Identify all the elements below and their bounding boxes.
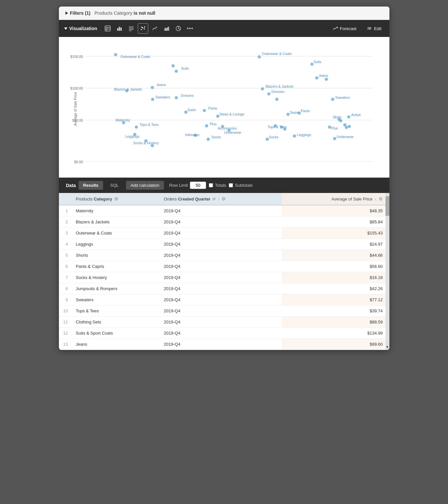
add-calculation-button[interactable]: Add calculation <box>126 181 164 190</box>
edit-button[interactable]: Edit <box>364 25 384 32</box>
svg-point-100 <box>328 126 331 129</box>
forecast-button[interactable]: Forecast <box>330 25 359 32</box>
filters-toggle[interactable]: Filters (1) <box>65 10 91 16</box>
avg-price-cell: $88.59 <box>282 317 389 328</box>
svg-point-84 <box>331 98 334 101</box>
tab-results[interactable]: Results <box>79 181 103 190</box>
scroll-track[interactable] <box>385 193 389 343</box>
scatter-icon[interactable] <box>138 23 148 34</box>
category-cell: Jumpsuits & Rompers <box>72 283 160 294</box>
edit-label: Edit <box>374 26 381 31</box>
quarter-header[interactable]: Orders Created Quarter ⇄ ↓ ⚙ <box>160 193 282 205</box>
quarter-cell: 2019-Q4 <box>160 205 282 217</box>
viz-toolbar: Visualization <box>59 20 389 37</box>
main-container: Filters (1) Products Category is not nul… <box>59 7 389 350</box>
table-row: 8 Jumpsuits & Rompers 2019-Q4 $42.26 <box>59 283 389 294</box>
svg-point-38 <box>174 70 178 73</box>
row-num-cell: 12 <box>59 328 72 339</box>
row-num-cell: 8 <box>59 283 72 294</box>
quarter-header-text: Orders Created Quarter <box>164 197 210 201</box>
avg-price-cell: $44.66 <box>282 250 389 261</box>
avg-price-cell: $77.12 <box>282 294 389 305</box>
svg-point-79 <box>261 87 264 91</box>
data-toggle[interactable]: Data <box>64 183 76 188</box>
avg-price-cell: $85.84 <box>282 217 389 228</box>
row-num-cell: 11 <box>59 317 72 328</box>
row-limit-group: Row Limit <box>169 182 206 189</box>
table-row: 5 Shorts 2019-Q4 $44.66 <box>59 250 389 261</box>
category-settings-icon[interactable]: ⚙ <box>114 196 118 201</box>
svg-point-109 <box>283 128 286 131</box>
svg-point-104 <box>293 134 296 138</box>
category-header[interactable]: Products Category ⚙ <box>72 193 160 205</box>
svg-point-43 <box>151 98 154 101</box>
viz-toggle[interactable]: Visualization <box>64 26 97 31</box>
svg-text:Suits: Suits <box>181 66 189 70</box>
table-row: 11 Clothing Sets 2019-Q4 $88.59 <box>59 317 389 328</box>
quarter-cell: 2019-Q4 <box>160 317 282 328</box>
svg-point-47 <box>184 111 188 114</box>
row-limit-input[interactable] <box>190 182 206 189</box>
category-cell: Jeans <box>72 339 160 350</box>
svg-point-45 <box>174 96 178 99</box>
scroll-down-button[interactable]: ▾ <box>385 343 389 350</box>
table-row: 13 Jeans 2019-Q4 $99.60 <box>59 339 389 350</box>
sort-desc-icon[interactable]: ↓ <box>218 197 220 201</box>
scroll-indicator[interactable]: ▾ <box>385 193 389 350</box>
quarter-cell: 2019-Q4 <box>160 305 282 317</box>
svg-text:Maternity: Maternity <box>116 118 130 122</box>
svg-text:Intimates: Intimates <box>185 133 199 137</box>
area-icon[interactable] <box>161 23 172 34</box>
tab-sql[interactable]: SQL <box>106 181 123 190</box>
svg-text:Plus: Plus <box>210 122 217 126</box>
svg-rect-5 <box>119 27 120 31</box>
subtotals-checkbox[interactable] <box>229 183 233 187</box>
svg-point-74 <box>310 63 314 66</box>
svg-text:Sweaters: Sweaters <box>335 96 350 99</box>
category-cell: Clothing Sets <box>72 317 160 328</box>
svg-point-40 <box>171 64 175 67</box>
list-icon[interactable] <box>126 23 136 34</box>
bar-chart-icon[interactable] <box>114 23 125 34</box>
quarter-settings-icon[interactable]: ⚙ <box>222 196 226 201</box>
svg-text:Pants: Pants <box>208 106 217 110</box>
table-row: 4 Leggings 2019-Q4 $24.97 <box>59 239 389 250</box>
svg-point-83 <box>275 98 278 101</box>
svg-text:Jeans: Jeans <box>156 83 166 87</box>
table-row: 2 Blazers & Jackets 2019-Q4 $85.84 <box>59 217 389 228</box>
avg-price-header-text: Average of Sale Price <box>332 197 373 201</box>
svg-text:Blazers & Jackets: Blazers & Jackets <box>114 87 142 91</box>
category-header-text: Products Category <box>76 197 112 201</box>
svg-text:Underwear: Underwear <box>336 135 354 139</box>
avg-price-sort-icon[interactable]: ↓ <box>375 197 377 201</box>
svg-text:Blazers & Jackets: Blazers & Jackets <box>265 84 293 88</box>
avg-price-settings-icon[interactable]: ⚙ <box>379 196 383 201</box>
quarter-cell: 2019-Q4 <box>160 239 282 250</box>
category-cell: Maternity <box>72 205 160 217</box>
pie-icon[interactable] <box>173 23 184 34</box>
table-row: 10 Tops & Tees 2019-Q4 $39.74 <box>59 305 389 317</box>
svg-text:Socks: Socks <box>269 135 278 139</box>
category-cell: Socks & Hosiery <box>72 272 160 283</box>
table-row: 6 Pants & Capris 2019-Q4 $56.60 <box>59 261 389 272</box>
svg-marker-16 <box>164 26 169 31</box>
category-cell: Sweaters <box>72 294 160 305</box>
row-num-cell: 3 <box>59 228 72 239</box>
filter-field: Products Category <box>95 10 133 16</box>
line-icon[interactable] <box>150 23 160 34</box>
svg-text:Jeans: Jeans <box>318 74 328 78</box>
svg-text:Tops & Tees: Tops & Tees <box>139 123 158 127</box>
svg-text:Outerwear & Coats: Outerwear & Coats <box>120 55 150 59</box>
scroll-handle[interactable] <box>385 196 389 216</box>
data-toolbar: Data Results SQL Add calculation Row Lim… <box>59 178 389 193</box>
table-icon[interactable] <box>102 23 113 34</box>
category-cell: Pants & Capris <box>72 261 160 272</box>
avg-price-cell: $56.60 <box>282 261 389 272</box>
category-cell: Outerwear & Coats <box>72 228 160 239</box>
avg-price-header[interactable]: Average of Sale Price ↓ ⚙ <box>282 193 389 205</box>
svg-text:Socks: Socks <box>211 135 221 139</box>
more-icon[interactable]: ••• <box>185 23 195 34</box>
forecast-label: Forecast <box>340 26 357 31</box>
totals-checkbox[interactable] <box>209 183 213 187</box>
svg-text:Skirts: Skirts <box>332 115 341 119</box>
